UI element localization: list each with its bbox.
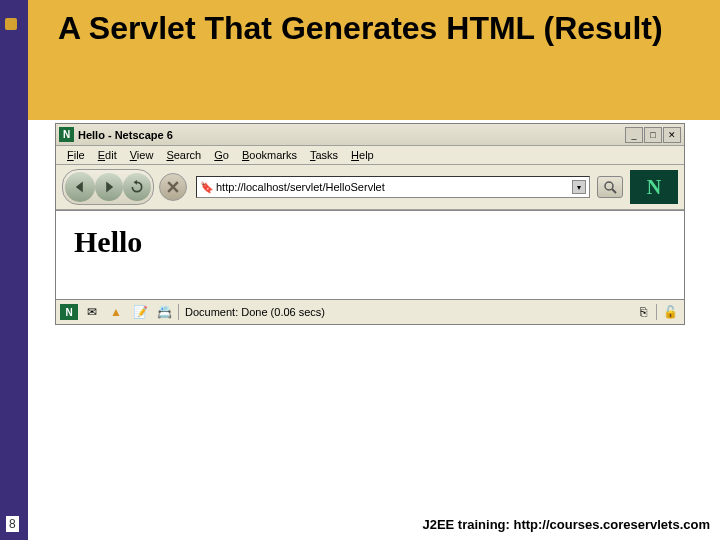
- composer-icon[interactable]: 📝: [130, 303, 150, 321]
- stop-button[interactable]: [159, 173, 187, 201]
- menu-help[interactable]: Help: [346, 148, 379, 162]
- menubar: File Edit View Search Go Bookmarks Tasks…: [56, 146, 684, 165]
- forward-button[interactable]: [95, 173, 123, 201]
- slide-title: A Servlet That Generates HTML (Result): [58, 10, 720, 47]
- menu-tasks[interactable]: Tasks: [305, 148, 343, 162]
- page-number: 8: [6, 516, 19, 532]
- online-icon[interactable]: ⎘: [633, 303, 653, 321]
- close-button[interactable]: ✕: [663, 127, 681, 143]
- nav-group: [62, 169, 154, 205]
- aim-icon[interactable]: ▲: [106, 303, 126, 321]
- browser-window: N Hello - Netscape 6 _ □ ✕ File Edit Vie…: [55, 123, 685, 325]
- page-content: Hello: [56, 210, 684, 300]
- toolbar: 🔖 http://localhost/servlet/HelloServlet …: [56, 165, 684, 210]
- stop-icon: [167, 181, 179, 193]
- url-text: http://localhost/servlet/HelloServlet: [216, 181, 572, 193]
- search-button[interactable]: [597, 176, 623, 198]
- slide-header: A Servlet That Generates HTML (Result): [28, 0, 720, 120]
- url-bar[interactable]: 🔖 http://localhost/servlet/HelloServlet …: [196, 176, 590, 198]
- security-lock-icon[interactable]: 🔓: [660, 303, 680, 321]
- back-button[interactable]: [65, 172, 95, 202]
- back-icon: [73, 180, 87, 194]
- bookmark-icon: 🔖: [200, 181, 214, 194]
- menu-file[interactable]: File: [62, 148, 90, 162]
- url-dropdown-button[interactable]: ▾: [572, 180, 586, 194]
- reload-button[interactable]: [123, 173, 151, 201]
- netscape-icon: N: [59, 127, 74, 142]
- titlebar: N Hello - Netscape 6 _ □ ✕: [56, 124, 684, 146]
- window-buttons: _ □ ✕: [625, 127, 681, 143]
- window-title: Hello - Netscape 6: [78, 129, 625, 141]
- forward-icon: [102, 180, 116, 194]
- menu-edit[interactable]: Edit: [93, 148, 122, 162]
- reload-icon: [130, 180, 144, 194]
- maximize-button[interactable]: □: [644, 127, 662, 143]
- mail-icon[interactable]: ✉: [82, 303, 102, 321]
- minimize-button[interactable]: _: [625, 127, 643, 143]
- menu-bookmarks[interactable]: Bookmarks: [237, 148, 302, 162]
- menu-go[interactable]: Go: [209, 148, 234, 162]
- status-text: Document: Done (0.06 secs): [178, 304, 629, 320]
- svg-line-1: [612, 189, 616, 193]
- slide-left-strip: [0, 0, 28, 540]
- throbber-logo: N: [630, 170, 678, 204]
- svg-point-0: [605, 182, 613, 190]
- menu-search[interactable]: Search: [161, 148, 206, 162]
- page-heading: Hello: [74, 225, 666, 259]
- menu-view[interactable]: View: [125, 148, 159, 162]
- addressbook-icon[interactable]: 📇: [154, 303, 174, 321]
- status-netscape-icon[interactable]: N: [60, 304, 78, 320]
- status-right: ⎘ 🔓: [633, 303, 680, 321]
- status-separator: [656, 304, 657, 320]
- statusbar: N ✉ ▲ 📝 📇 Document: Done (0.06 secs) ⎘ 🔓: [56, 300, 684, 324]
- slide-footer: J2EE training: http://courses.coreservle…: [422, 517, 710, 532]
- search-icon: [603, 180, 617, 194]
